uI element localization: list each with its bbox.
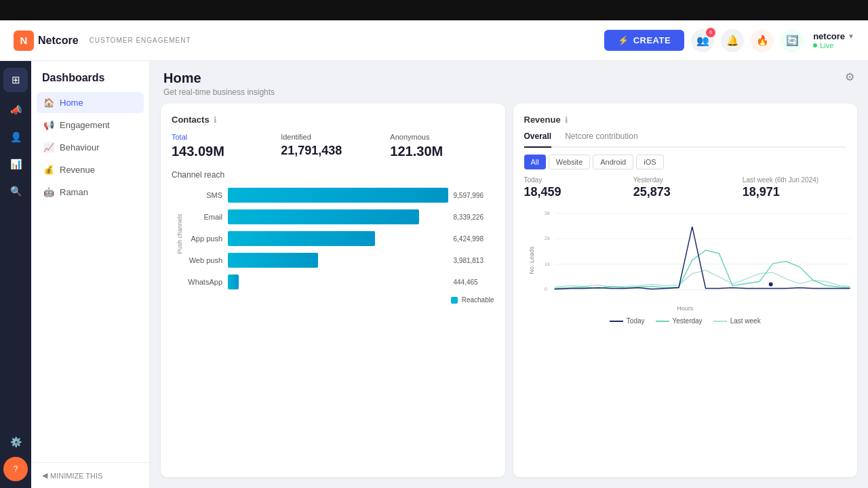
whatsapp-value: 444,465: [454, 279, 494, 286]
platform-all-btn[interactable]: All: [524, 155, 546, 169]
channel-row-whatsapp: WhatsApp 444,465: [185, 274, 494, 289]
tab-netcore-contribution[interactable]: Netcore contribution: [565, 131, 637, 146]
yesterday-line-icon: [656, 321, 669, 322]
identified-label: Identified: [281, 133, 384, 141]
webpush-value: 3,981,813: [454, 257, 494, 264]
platform-website-btn[interactable]: Website: [549, 155, 591, 169]
email-bar: [228, 209, 419, 224]
chevron-left-icon: ◀: [42, 471, 47, 480]
svg-point-8: [768, 283, 772, 287]
user-menu[interactable]: netcore ▼ Live: [813, 31, 854, 49]
email-label: Email: [185, 213, 222, 221]
platform-tabs: All Website Android iOS: [524, 155, 847, 169]
channel-legend: Reachable: [172, 296, 494, 304]
settings-icon: ⚙️: [10, 436, 22, 447]
rail-item-settings[interactable]: ⚙️: [3, 430, 28, 454]
webpush-bar-container: [228, 253, 448, 268]
apppush-bar: [228, 231, 375, 246]
rail-item-analytics[interactable]: 📊: [3, 152, 28, 176]
create-button[interactable]: ⚡ CREATE: [604, 30, 684, 51]
tab-overall[interactable]: Overall: [524, 131, 552, 148]
channel-row-apppush: App push 6,424,998: [185, 231, 494, 246]
yesterday-value: 25,873: [633, 185, 737, 199]
yesterday-stat: Yesterday 25,873: [633, 176, 737, 199]
yesterday-label: Yesterday: [633, 176, 737, 184]
revenue-chart-svg: 3k 2k 1k 0: [531, 206, 854, 301]
sidebar-item-raman[interactable]: 🤖 Raman: [37, 182, 144, 203]
page-header: Home Get real-time business insights ⚙: [150, 61, 868, 104]
sidebar: Dashboards 🏠 Home 📢 Engagement 📈 Behavio…: [31, 61, 150, 488]
platform-android-btn[interactable]: Android: [593, 155, 633, 169]
contacts-info-icon[interactable]: ℹ: [214, 115, 217, 125]
platform-ios-btn[interactable]: iOS: [636, 155, 663, 169]
fire-btn[interactable]: 🔥: [751, 29, 774, 52]
svg-text:2k: 2k: [544, 235, 549, 241]
user-name: netcore: [813, 31, 845, 41]
rail-item-search[interactable]: 🔍: [3, 179, 28, 203]
live-badge: Live: [813, 41, 833, 49]
sms-label: SMS: [185, 191, 222, 199]
sms-bar: [228, 188, 448, 203]
chart-x-axis-label: Hours: [524, 305, 847, 312]
icon-rail: ⊞ 📣 👤 📊 🔍 ⚙️ ?: [0, 61, 31, 488]
main-content: Home Get real-time business insights ⚙ C…: [150, 61, 868, 488]
channel-row-sms: SMS 9,597,996: [185, 188, 494, 203]
whatsapp-label: WhatsApp: [185, 278, 222, 286]
sidebar-item-behaviour[interactable]: 📈 Behaviour: [37, 137, 144, 158]
logo: N Netcore: [14, 30, 79, 51]
sidebar-item-revenue[interactable]: 💰 Revenue: [37, 159, 144, 180]
rail-item-help[interactable]: ?: [3, 457, 28, 481]
revenue-info-icon[interactable]: ℹ: [565, 115, 568, 125]
sidebar-item-engagement[interactable]: 📢 Engagement: [37, 115, 144, 136]
rail-item-users[interactable]: 👤: [3, 125, 28, 149]
lastweek-label: Last week (6th Jun 2024): [743, 176, 846, 184]
lastweek-value: 18,971: [743, 185, 846, 199]
apppush-label: App push: [185, 235, 222, 243]
rail-item-dashboard[interactable]: ⊞: [3, 68, 28, 92]
channel-row-email: Email 8,339,226: [185, 209, 494, 224]
email-value: 8,339,226: [454, 214, 494, 221]
raman-nav-icon: 🤖: [43, 187, 54, 197]
rail-item-campaigns[interactable]: 📣: [3, 98, 28, 122]
people-icon-btn[interactable]: 👥 6: [691, 29, 714, 52]
revenue-title: Revenue: [524, 115, 561, 125]
refresh-btn[interactable]: 🔄: [781, 29, 804, 52]
contacts-stats: Total 143.09M Identified 21,791,438 Anon…: [172, 133, 494, 159]
revenue-stats: Today 18,459 Yesterday 25,873 Last week …: [524, 176, 847, 199]
whatsapp-bar-container: [228, 274, 448, 289]
revenue-main-tabs: Overall Netcore contribution: [524, 131, 847, 148]
svg-text:0: 0: [544, 286, 547, 292]
logo-text: Netcore: [38, 35, 79, 47]
svg-text:1k: 1k: [544, 261, 549, 267]
channel-reach-title: Channel reach: [172, 170, 494, 180]
contacts-card: Contacts ℹ Total 143.09M Identified 21,7…: [161, 104, 505, 477]
notifications-btn[interactable]: 🔔: [721, 29, 744, 52]
behaviour-nav-icon: 📈: [43, 142, 54, 152]
identified-value: 21,791,438: [281, 144, 384, 158]
today-label: Today: [524, 176, 628, 184]
sidebar-item-home[interactable]: 🏠 Home: [37, 92, 144, 113]
fire-icon: 🔥: [756, 35, 769, 47]
live-dot: [813, 43, 817, 47]
dashboard-icon: ⊞: [12, 74, 20, 86]
total-stat: Total 143.09M: [172, 133, 275, 159]
contacts-title: Contacts: [172, 115, 210, 125]
engagement-nav-icon: 📢: [43, 120, 54, 130]
create-icon: ⚡: [618, 35, 629, 45]
page-subtitle: Get real-time business insights: [163, 87, 854, 97]
y-axis-label: Push channels: [176, 214, 183, 253]
legend-yesterday: Yesterday: [656, 317, 703, 325]
anonymous-stat: Anonymous 121.30M: [390, 133, 494, 159]
help-icon: ?: [14, 464, 18, 474]
webpush-label: Web push: [185, 256, 222, 264]
refresh-icon: 🔄: [786, 35, 799, 47]
search-icon: 🔍: [10, 186, 22, 197]
minimize-btn[interactable]: ◀ MINIMIZE THIS: [42, 471, 138, 480]
total-label: Total: [172, 133, 275, 141]
dashboard-grid: Contacts ℹ Total 143.09M Identified 21,7…: [150, 104, 868, 488]
page-settings-btn[interactable]: ⚙: [845, 70, 854, 83]
logo-icon: N: [14, 30, 34, 51]
channel-bars: Push channels SMS 9,597,996 Email: [172, 188, 494, 289]
anonymous-label: Anonymous: [390, 133, 494, 141]
revenue-card: Revenue ℹ Overall Netcore contribution A…: [513, 104, 858, 477]
